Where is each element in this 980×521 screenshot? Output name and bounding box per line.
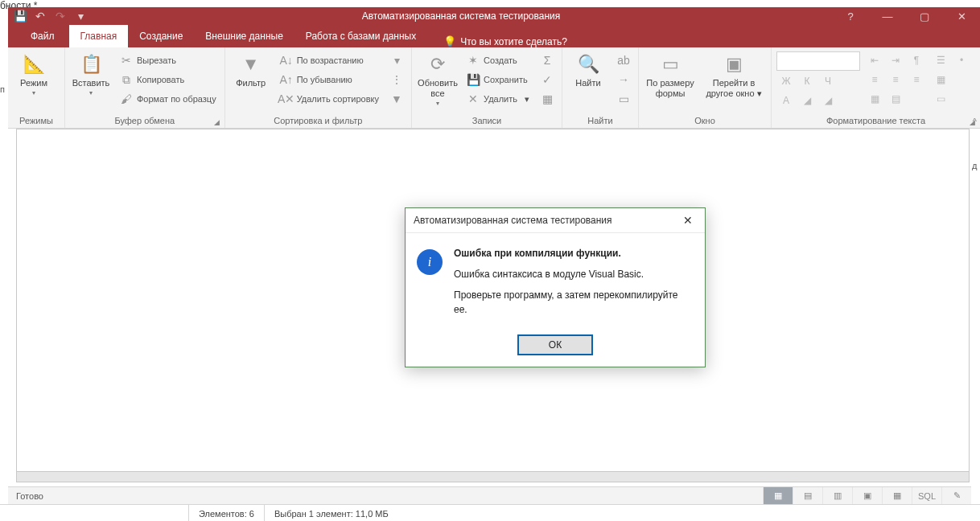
more-records-button[interactable]: ▦ xyxy=(537,90,557,108)
copy-button[interactable]: ⧉Копировать xyxy=(117,71,220,88)
sort-desc-button[interactable]: A↑По убыванию xyxy=(277,71,382,88)
painter-label: Формат по образцу xyxy=(137,94,216,104)
sort-asc-button[interactable]: A↓По возрастанию xyxy=(277,51,382,69)
refresh-all-button[interactable]: ⟳ Обновить все ▾ xyxy=(417,50,459,107)
new-label: Создать xyxy=(484,55,517,65)
tab-external-data[interactable]: Внешние данные xyxy=(194,25,294,47)
find-button[interactable]: 🔍 Найти xyxy=(567,50,609,88)
ribbon: 📐 Режим ▾ Режимы 📋 Вставить ▾ ✂Вырезать … xyxy=(8,47,980,129)
qat-customize-button[interactable]: ▾ xyxy=(71,8,90,24)
align-left-button[interactable]: ≡ xyxy=(865,71,884,88)
desc-label: По убыванию xyxy=(297,75,352,84)
group-find: 🔍 Найти ab → ▭ Найти xyxy=(562,47,639,128)
group-records: ⟳ Обновить все ▾ ✶Создать 💾Сохранить ✕Уд… xyxy=(412,47,562,128)
group-views-label: Режимы xyxy=(13,114,60,128)
switch-label: Перейти в другое окно ▾ xyxy=(702,78,766,99)
cond-format-button[interactable]: ▭ xyxy=(931,90,950,108)
shading-button[interactable]: ▦ xyxy=(931,71,950,88)
selection-filter-button[interactable]: ▾ xyxy=(387,51,406,69)
refresh-label: Обновить все xyxy=(417,78,459,99)
sigma-icon: Σ xyxy=(541,54,554,67)
refresh-icon: ⟳ xyxy=(425,51,451,77)
font-combo[interactable] xyxy=(776,51,860,71)
replace-icon: ab xyxy=(617,54,630,67)
italic-button[interactable]: К xyxy=(797,72,817,90)
tab-database-tools[interactable]: Работа с базами данных xyxy=(294,25,427,47)
remove-sort-button[interactable]: A✕Удалить сортировку xyxy=(277,90,382,108)
group-sort-label: Сортировка и фильтр xyxy=(230,114,406,128)
copy-label: Копировать xyxy=(137,75,184,84)
toggle-filter-button[interactable]: ▼ xyxy=(387,90,406,108)
dialog-ok-button[interactable]: ОК xyxy=(517,334,593,355)
bold-button[interactable]: Ж xyxy=(776,72,796,90)
filter-button[interactable]: ▼ Фильтр xyxy=(230,50,272,88)
spelling-button[interactable]: ✓ xyxy=(537,71,557,88)
brush-icon: 🖌 xyxy=(120,92,133,105)
numbering-button[interactable]: ☰ xyxy=(931,51,950,69)
advanced-filter-button[interactable]: ⋮ xyxy=(387,71,406,88)
fill-button[interactable]: ◢ xyxy=(818,92,838,109)
minimize-button[interactable]: — xyxy=(869,7,906,25)
dec-indent-button[interactable]: ⇤ xyxy=(865,51,884,69)
fit-form-button[interactable]: ▭ По размеру формы xyxy=(644,50,697,99)
view-sql-button[interactable]: SQL xyxy=(912,487,941,504)
group-records-label: Записи xyxy=(417,114,557,128)
alt-row-button[interactable]: ▤ xyxy=(886,90,905,108)
qat-undo-button[interactable]: ↶ xyxy=(31,8,50,24)
dialog-heading: Ошибка при компиляции функции. xyxy=(454,246,694,260)
view-datasheet-button[interactable]: ▦ xyxy=(763,487,793,504)
error-dialog: Автоматизированная система тестирования … xyxy=(405,207,706,367)
fit-icon: ▭ xyxy=(657,51,683,77)
dialog-line1: Ошибка синтаксиса в модуле Visual Basic. xyxy=(454,267,694,281)
tab-home[interactable]: Главная xyxy=(69,25,129,47)
qat-save-button[interactable]: 💾 xyxy=(10,8,30,24)
cut-button[interactable]: ✂Вырезать xyxy=(117,51,220,69)
save-record-button[interactable]: 💾Сохранить xyxy=(463,71,533,88)
bullets-button[interactable]: • xyxy=(952,51,971,69)
replace-button[interactable]: ab xyxy=(614,51,633,69)
align-right-button[interactable]: ≡ xyxy=(907,71,926,88)
delete-record-button[interactable]: ✕Удалить▾ xyxy=(463,90,533,108)
dialog-line2: Проверьте программу, а затем перекомпили… xyxy=(454,288,694,317)
view-layout-button[interactable]: ▥ xyxy=(822,487,852,504)
redo-icon: ↷ xyxy=(56,10,65,23)
select-button[interactable]: ▭ xyxy=(614,90,633,108)
ribbon-tabs: Файл Главная Создание Внешние данные Раб… xyxy=(8,25,980,47)
tab-file[interactable]: Файл xyxy=(16,25,69,47)
new-record-button[interactable]: ✶Создать xyxy=(463,51,533,69)
tell-me-search[interactable]: 💡 Что вы хотите сделать? xyxy=(427,35,567,47)
underline-button[interactable]: Ч xyxy=(818,72,838,90)
close-button[interactable]: ✕ xyxy=(943,7,980,25)
dialog-launcher-icon[interactable]: ◢ xyxy=(214,118,220,126)
view-design-button[interactable]: ▣ xyxy=(852,487,882,504)
goto-button[interactable]: → xyxy=(614,71,633,88)
format-painter-button[interactable]: 🖌Формат по образцу xyxy=(117,90,220,108)
copy-icon: ⧉ xyxy=(120,73,133,86)
save-label: Сохранить xyxy=(484,75,528,84)
dialog-title-text: Автоматизированная система тестирования xyxy=(414,215,612,226)
cut-label: Вырезать xyxy=(137,55,176,65)
gridlines-button[interactable]: ▦ xyxy=(865,90,884,108)
paste-button[interactable]: 📋 Вставить ▾ xyxy=(70,50,112,96)
switch-window-button[interactable]: ▣ Перейти в другое окно ▾ xyxy=(702,50,766,99)
ltr-button[interactable]: ¶ xyxy=(907,51,926,69)
view-label: Режим xyxy=(20,78,47,88)
help-button[interactable]: ? xyxy=(832,7,869,25)
qat-redo-button[interactable]: ↷ xyxy=(51,8,70,24)
view-report-button[interactable]: ▦ xyxy=(882,487,912,504)
view-other-button[interactable]: ✎ xyxy=(941,487,971,504)
align-center-button[interactable]: ≡ xyxy=(886,71,905,88)
lightbulb-icon: 💡 xyxy=(443,35,456,47)
view-form-button[interactable]: ▤ xyxy=(793,487,822,504)
abc-icon: ✓ xyxy=(541,73,554,86)
font-color-button[interactable]: А xyxy=(776,92,796,109)
tab-create[interactable]: Создание xyxy=(128,25,194,47)
inc-indent-button[interactable]: ⇥ xyxy=(886,51,905,69)
maximize-button[interactable]: ▢ xyxy=(906,7,943,25)
view-button[interactable]: 📐 Режим ▾ xyxy=(13,50,55,96)
highlight-button[interactable]: ◢ xyxy=(797,92,817,109)
collapse-ribbon-button[interactable]: ^ xyxy=(973,117,977,126)
delete-icon: ✕ xyxy=(467,92,480,105)
totals-button[interactable]: Σ xyxy=(537,51,557,69)
dialog-close-button[interactable]: ✕ xyxy=(677,211,698,229)
